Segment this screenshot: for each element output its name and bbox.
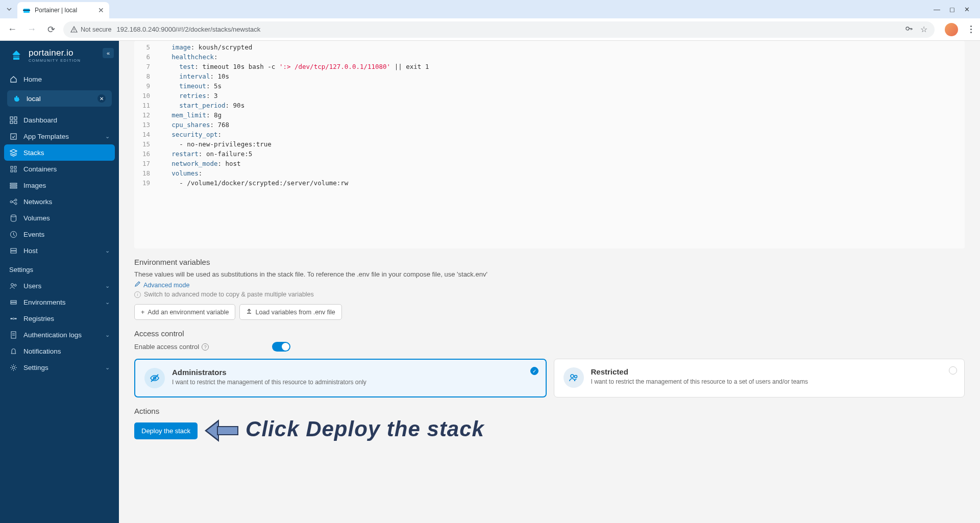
window-controls: — ◻ ✕	[934, 6, 976, 13]
forward-icon[interactable]: →	[24, 22, 39, 37]
svg-rect-15	[14, 121, 17, 123]
svg-point-32	[14, 284, 16, 286]
svg-rect-34	[11, 303, 16, 304]
url-text: 192.168.0.240:9000/#!/2/docker/stacks/ne…	[116, 26, 260, 33]
actions-section: Actions Deploy the stack Click Deploy th…	[134, 397, 965, 442]
svg-rect-23	[10, 187, 17, 188]
browser-menu-icon[interactable]	[967, 26, 975, 33]
deploy-stack-button[interactable]: Deploy the stack	[134, 422, 198, 439]
browser-chrome: Portainer | local ✕ — ◻ ✕ ← → ⟳ Not secu…	[0, 0, 980, 41]
svg-rect-16	[11, 134, 16, 139]
logo-sub: COMMUNITY EDITION	[29, 58, 81, 63]
key-icon[interactable]	[905, 24, 913, 35]
svg-rect-13	[14, 117, 17, 119]
access-control-section: Access control Enable access control ?	[134, 320, 965, 397]
svg-point-36	[15, 318, 16, 319]
check-icon: ✓	[530, 367, 538, 375]
yaml-editor[interactable]: 5678910111213141516171819 image: koush/s…	[134, 41, 965, 248]
sidebar-item-app-templates[interactable]: App Templates ⌄	[0, 128, 119, 144]
tutorial-annotation: Click Deploy the stack	[205, 416, 484, 442]
code-area[interactable]: image: koush/scrypted healthcheck: test:…	[156, 41, 965, 248]
svg-point-26	[15, 203, 17, 205]
sidebar-item-registries[interactable]: Registries	[0, 310, 119, 327]
sidebar-item-events[interactable]: Events	[0, 226, 119, 242]
templates-icon	[9, 132, 17, 140]
back-icon[interactable]: ←	[5, 22, 19, 37]
svg-rect-8	[14, 97, 16, 99]
env-close-icon[interactable]: ✕	[97, 94, 106, 103]
networks-icon	[9, 197, 17, 206]
environment-pill[interactable]: local ✕	[7, 90, 112, 107]
sidebar-item-users[interactable]: Users ⌄	[0, 278, 119, 294]
browser-nav-bar: ← → ⟳ Not secure 192.168.0.240:9000/#!/2…	[0, 18, 980, 41]
not-secure-badge[interactable]: Not secure	[70, 26, 111, 33]
sidebar-item-notifications[interactable]: Notifications	[0, 343, 119, 359]
volumes-icon	[9, 214, 17, 222]
profile-avatar[interactable]	[945, 23, 958, 36]
sidebar-item-environments[interactable]: Environments ⌄	[0, 294, 119, 310]
svg-point-44	[574, 376, 577, 378]
tab-title: Portainer | local	[35, 7, 77, 14]
images-icon	[9, 181, 17, 189]
svg-rect-22	[10, 185, 17, 186]
reload-icon[interactable]: ⟳	[44, 22, 58, 37]
minimize-icon[interactable]: —	[934, 6, 940, 13]
sidebar-item-dashboard[interactable]: Dashboard	[0, 112, 119, 128]
admin-desc: I want to restrict the management of thi…	[172, 379, 536, 386]
env-title: Environment variables	[134, 258, 965, 266]
env-desc: These values will be used as substitutio…	[134, 270, 965, 278]
sidebar-item-home[interactable]: Home	[0, 71, 119, 87]
sidebar-item-volumes[interactable]: Volumes	[0, 210, 119, 226]
maximize-icon[interactable]: ◻	[949, 6, 955, 13]
users-icon	[9, 282, 17, 290]
sidebar: portainer.io COMMUNITY EDITION « Home lo…	[0, 41, 119, 523]
docker-icon	[13, 94, 21, 103]
svg-rect-11	[16, 96, 17, 97]
load-env-file-button[interactable]: Load variables from .env file	[239, 304, 341, 320]
svg-rect-18	[14, 166, 16, 168]
auth-logs-icon	[9, 331, 17, 339]
close-window-icon[interactable]: ✕	[964, 6, 970, 13]
annotation-text: Click Deploy the stack	[246, 417, 484, 441]
chevron-down-icon: ⌄	[105, 283, 110, 289]
tab-close-icon[interactable]: ✕	[98, 6, 104, 14]
plus-icon: +	[141, 309, 144, 316]
collapse-sidebar-icon[interactable]: «	[103, 48, 114, 58]
users-group-icon	[564, 367, 584, 388]
browser-tab[interactable]: Portainer | local ✕	[17, 2, 109, 18]
svg-rect-7	[13, 57, 19, 58]
sidebar-item-networks[interactable]: Networks	[0, 193, 119, 210]
star-icon[interactable]: ☆	[920, 24, 927, 34]
sidebar-item-stacks[interactable]: Stacks	[4, 144, 115, 161]
tab-favicon-icon	[22, 6, 31, 14]
sidebar-item-auth-logs[interactable]: Authentication logs ⌄	[0, 327, 119, 343]
chevron-down-icon: ⌄	[105, 299, 110, 306]
settings-section-label: Settings	[0, 259, 119, 278]
main-content: 5678910111213141516171819 image: koush/s…	[119, 41, 980, 523]
advanced-mode-link[interactable]: Advanced mode	[134, 281, 965, 289]
url-bar[interactable]: Not secure 192.168.0.240:9000/#!/2/docke…	[63, 21, 935, 38]
access-card-restricted[interactable]: Restricted I want to restrict the manage…	[554, 359, 965, 397]
sidebar-item-settings[interactable]: Settings ⌄	[0, 359, 119, 376]
tab-bar: Portainer | local ✕ — ◻ ✕	[0, 0, 980, 18]
access-control-toggle[interactable]	[272, 342, 290, 352]
add-env-var-button[interactable]: + Add an environment variable	[134, 304, 235, 320]
svg-point-35	[10, 318, 12, 319]
svg-rect-21	[10, 183, 17, 184]
svg-rect-17	[11, 166, 13, 168]
help-icon[interactable]: ?	[202, 343, 209, 351]
line-gutter: 5678910111213141516171819	[134, 41, 156, 248]
svg-point-25	[15, 199, 17, 201]
home-icon	[9, 75, 17, 83]
sidebar-item-containers[interactable]: Containers	[0, 161, 119, 177]
svg-rect-19	[11, 170, 13, 172]
svg-rect-6	[13, 55, 19, 56]
access-card-administrators[interactable]: Administrators I want to restrict the ma…	[134, 359, 547, 397]
advanced-hint: i Switch to advanced mode to copy & past…	[134, 291, 965, 298]
sidebar-item-host[interactable]: Host ⌄	[0, 242, 119, 259]
sidebar-item-images[interactable]: Images	[0, 177, 119, 193]
tab-dropdown-icon[interactable]	[4, 4, 14, 14]
chevron-down-icon: ⌄	[105, 247, 110, 254]
dashboard-icon	[9, 116, 17, 124]
env-vars-section: Environment variables These values will …	[134, 248, 965, 320]
